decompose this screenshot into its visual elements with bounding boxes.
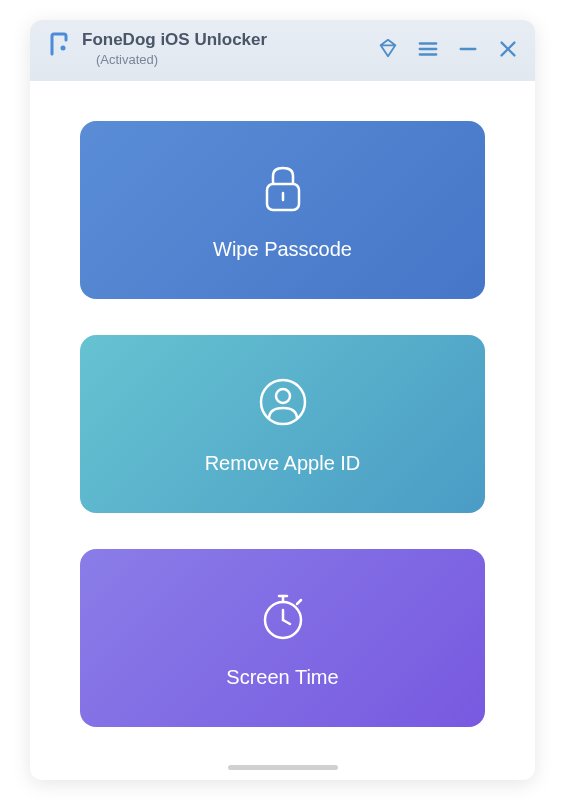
stopwatch-icon <box>255 588 311 644</box>
app-status: (Activated) <box>96 52 267 67</box>
app-title: FoneDog iOS Unlocker <box>82 30 267 50</box>
header-left: FoneDog iOS Unlocker (Activated) <box>46 30 267 67</box>
minimize-icon[interactable] <box>457 38 479 60</box>
main-content: Wipe Passcode Remove Apple ID <box>30 81 535 765</box>
diamond-icon[interactable] <box>377 38 399 60</box>
screen-time-label: Screen Time <box>226 666 338 689</box>
wipe-passcode-button[interactable]: Wipe Passcode <box>80 121 485 299</box>
header-controls <box>377 38 519 60</box>
wipe-passcode-label: Wipe Passcode <box>213 238 352 261</box>
lock-icon <box>255 160 311 216</box>
menu-icon[interactable] <box>417 38 439 60</box>
svg-line-13 <box>283 620 290 624</box>
remove-apple-id-button[interactable]: Remove Apple ID <box>80 335 485 513</box>
svg-line-16 <box>297 600 301 604</box>
app-window: FoneDog iOS Unlocker (Activated) <box>30 20 535 780</box>
close-icon[interactable] <box>497 38 519 60</box>
header: FoneDog iOS Unlocker (Activated) <box>30 20 535 81</box>
screen-time-button[interactable]: Screen Time <box>80 549 485 727</box>
bottom-handle <box>228 765 338 770</box>
svg-point-0 <box>61 46 66 51</box>
remove-apple-id-label: Remove Apple ID <box>205 452 361 475</box>
title-group: FoneDog iOS Unlocker (Activated) <box>82 30 267 67</box>
person-icon <box>255 374 311 430</box>
svg-point-10 <box>276 389 290 403</box>
app-logo-icon <box>46 32 72 58</box>
